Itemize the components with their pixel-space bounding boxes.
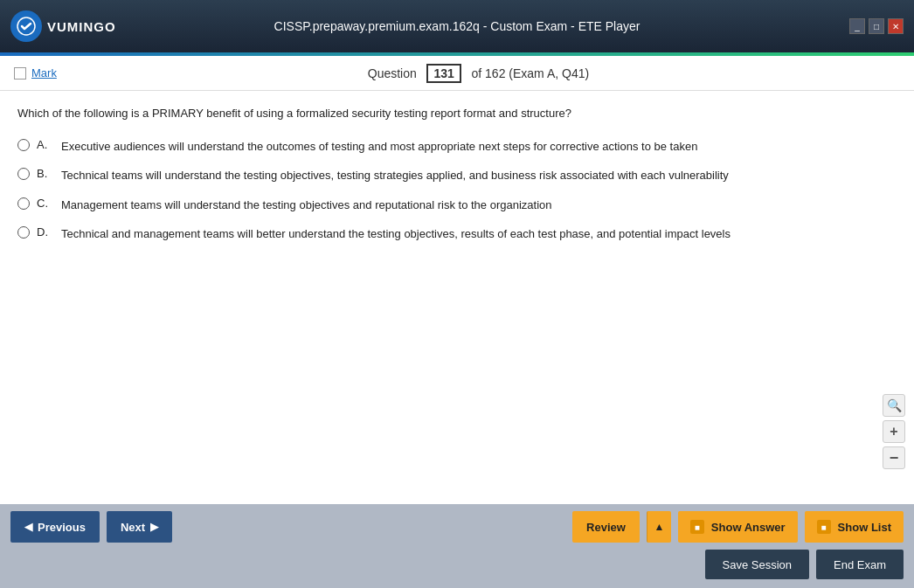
review-button[interactable]: Review [572,511,640,543]
radio-b[interactable] [17,168,30,180]
minimize-button[interactable]: _ [849,18,865,34]
close-button[interactable]: ✕ [888,18,904,34]
next-button[interactable]: Next ▶ [107,511,172,543]
mark-label: Mark [31,66,57,80]
logo-icon [10,10,42,42]
show-answer-icon: ■ [690,520,704,534]
zoom-controls: 🔍 + − [883,394,905,469]
show-list-icon: ■ [817,520,831,534]
previous-button[interactable]: ◀ Previous [10,511,100,543]
radio-a[interactable] [17,139,30,151]
zoom-out-button[interactable]: − [883,446,905,469]
logo: VUMINGO [10,10,116,42]
option-c: C. Management teams will understand the … [17,197,897,214]
option-a-label: A. [37,138,54,151]
save-session-button[interactable]: Save Session [705,550,810,579]
question-text: Which of the following is a PRIMARY bene… [17,105,897,122]
end-exam-button[interactable]: End Exam [816,550,904,579]
option-d: D. Technical and management teams will b… [17,225,897,243]
question-total: of 162 (Exam A, Q41) [472,66,590,80]
question-number: 131 [426,64,460,83]
maximize-button[interactable]: □ [869,18,884,34]
mark-control[interactable]: Mark [14,66,57,80]
window-controls: _ □ ✕ [849,18,904,34]
mark-checkbox[interactable] [14,67,26,80]
bottom-row-2: Save Session End Exam [0,550,914,588]
option-d-text[interactable]: Technical and management teams will bett… [61,225,897,243]
window-title: CISSP.prepaway.premium.exam.162q - Custo… [274,19,640,33]
next-arrow-icon: ▶ [150,521,158,533]
logo-text: VUMINGO [47,19,116,34]
question-label: Question [368,66,417,80]
title-bar: VUMINGO CISSP.prepaway.premium.exam.162q… [0,0,914,52]
review-dropdown-button[interactable]: ▲ [647,511,671,543]
option-b-label: B. [37,167,54,180]
show-answer-button[interactable]: ■ Show Answer [678,511,798,543]
question-header: Mark Question 131 of 162 (Exam A, Q41) [0,56,914,91]
main-content: Which of the following is a PRIMARY bene… [0,91,914,504]
radio-d[interactable] [17,226,30,239]
option-b-text[interactable]: Technical teams will understand the test… [61,167,897,184]
previous-arrow-icon: ◀ [24,521,32,533]
option-d-label: D. [37,225,54,239]
option-c-label: C. [37,197,54,210]
show-list-button[interactable]: ■ Show List [805,511,904,543]
option-b: B. Technical teams will understand the t… [17,167,897,184]
option-c-text[interactable]: Management teams will understand the tes… [61,197,897,214]
question-info: Question 131 of 162 (Exam A, Q41) [57,64,900,83]
option-a-text[interactable]: Executive audiences will understand the … [61,138,897,156]
option-a: A. Executive audiences will understand t… [17,138,897,156]
search-icon[interactable]: 🔍 [883,394,905,417]
radio-c[interactable] [17,197,30,210]
zoom-in-button[interactable]: + [883,420,905,443]
bottom-navigation: ◀ Previous Next ▶ Review ▲ ■ Show Answer… [0,504,914,550]
